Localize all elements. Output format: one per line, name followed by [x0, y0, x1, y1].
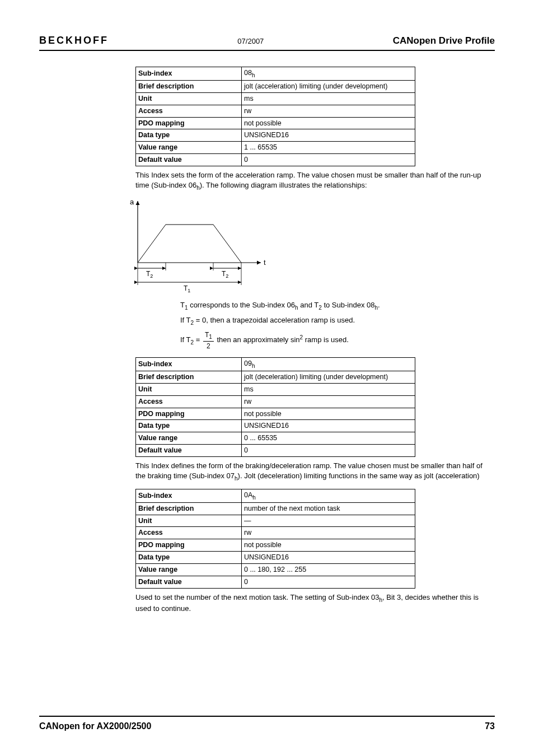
table-row: Accessrw: [136, 105, 415, 117]
value-unit: ms: [242, 92, 415, 105]
table-row: Accessrw: [136, 527, 415, 539]
table-row: Value range1 ... 65535: [136, 142, 415, 154]
table-row: Unitms: [136, 92, 415, 105]
table-row: Value range0 ... 65535: [136, 432, 415, 445]
table-row: Data typeUNSIGNED16: [136, 129, 415, 142]
value-sub-index: 08h: [242, 67, 415, 80]
fraction: T12: [203, 330, 214, 351]
table-row: PDO mappingnot possible: [136, 117, 415, 129]
explanation-line2: If T2 = 0, then a trapezoidal accelerati…: [180, 315, 483, 326]
table-row: Brief descriptionnumber of the next moti…: [136, 502, 415, 515]
label-brief: Brief description: [136, 80, 242, 92]
label-unit: Unit: [136, 92, 242, 105]
param-table-09h: Sub-index09h Brief descriptionjolt (dece…: [135, 357, 415, 457]
table-row: Sub-index09h: [136, 357, 415, 371]
header-section: CANopen Drive Profile: [393, 35, 495, 48]
table-row: Accessrw: [136, 395, 415, 408]
table-row: Sub-index0Ah: [136, 489, 415, 502]
label-sub-index: Sub-index: [136, 67, 242, 80]
paragraph-after-t3: Used to set the number of the next motio…: [135, 592, 494, 614]
table-row: Default value0: [136, 154, 415, 166]
explanation-line3: If T2 = T12 then an approximately sin2 r…: [180, 330, 483, 351]
table-row: Default value0: [136, 445, 415, 457]
value-pdo: not possible: [242, 117, 415, 129]
value-default: 0: [242, 154, 415, 166]
value-access: rw: [242, 105, 415, 117]
table-row: Data typeUNSIGNED16: [136, 552, 415, 564]
table-row: Brief descriptionjolt (acceleration) lim…: [136, 80, 415, 92]
header-date: 07/2007: [237, 36, 264, 46]
explanation-line1: T1 corresponds to the Sub-index 06h and …: [180, 300, 483, 311]
table-row: Brief descriptionjolt (deceleration) lim…: [136, 371, 415, 383]
paragraph-after-t1: This Index sets the form of the accelera…: [135, 170, 494, 192]
label-range: Value range: [136, 142, 242, 154]
label-access: Access: [136, 105, 242, 117]
value-dtype: UNSIGNED16: [242, 129, 415, 142]
axis-x-label: t: [264, 258, 266, 267]
table-row: Default value0: [136, 576, 415, 588]
table-row: PDO mappingnot possible: [136, 539, 415, 552]
table-row: Value range0 ... 180, 192 ... 255: [136, 564, 415, 576]
param-table-08h: Sub-index08h Brief descriptionjolt (acce…: [135, 67, 415, 166]
param-table-0Ah: Sub-index0Ah Brief descriptionnumber of …: [135, 489, 415, 589]
footer-title: CANopen for AX2000/2500: [39, 720, 151, 732]
footer-page: 73: [485, 720, 495, 732]
brand-logo: BECKHOFF: [39, 34, 109, 47]
table-row: Unit—: [136, 515, 415, 527]
diagram-t2-left: T2: [146, 270, 153, 279]
content-area: Sub-index08h Brief descriptionjolt (acce…: [39, 51, 495, 618]
paragraph-after-t2: This Index defines the form of the braki…: [135, 461, 494, 482]
label-pdo: PDO mapping: [136, 117, 242, 129]
label-dtype: Data type: [136, 129, 242, 142]
axis-y-label: a: [130, 198, 134, 206]
diagram-t2-right: T2: [222, 270, 228, 279]
table-row: Data typeUNSIGNED16: [136, 420, 415, 432]
page-header: BECKHOFF 07/2007 CANopen Drive Profile: [39, 34, 495, 51]
table-row: Unitms: [136, 383, 415, 395]
value-brief: jolt (acceleration) limiting (under deve…: [242, 80, 415, 92]
page-footer: CANopen for AX2000/2500 73: [39, 716, 495, 732]
table-row: PDO mappingnot possible: [136, 408, 415, 420]
acceleration-ramp-diagram: a t T2 T2 T1: [115, 195, 283, 296]
table-row: Sub-index08h: [136, 67, 415, 80]
label-default: Default value: [136, 154, 242, 166]
value-range: 1 ... 65535: [242, 142, 415, 154]
diagram-t1: T1: [184, 284, 190, 293]
